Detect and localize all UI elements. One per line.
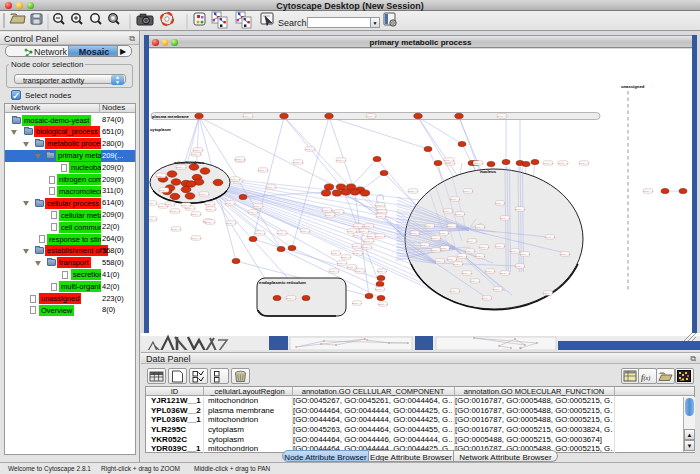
svg-text:Gene-A 1: Gene-A 1 xyxy=(375,235,386,238)
svg-text:Gene-A 1: Gene-A 1 xyxy=(467,240,478,243)
svg-text:Gene-A 1: Gene-A 1 xyxy=(353,225,364,228)
svg-text:Gene-A 1: Gene-A 1 xyxy=(362,246,373,249)
svg-text:Gene-A 1: Gene-A 1 xyxy=(515,208,526,211)
svg-text:unassigned: unassigned xyxy=(621,84,645,89)
svg-text:Gene-A 1: Gene-A 1 xyxy=(347,266,358,269)
svg-text:Gene-A 1: Gene-A 1 xyxy=(545,236,556,239)
svg-text:Gene-A 1: Gene-A 1 xyxy=(206,208,217,211)
svg-text:Gene-A 1: Gene-A 1 xyxy=(243,115,254,118)
svg-text:Gene-A 1: Gene-A 1 xyxy=(445,162,456,165)
svg-text:Gene-A 1: Gene-A 1 xyxy=(191,213,202,216)
svg-text:Gene-A 1: Gene-A 1 xyxy=(455,213,466,216)
svg-text:Gene-A 1: Gene-A 1 xyxy=(444,159,455,162)
svg-text:Gene-A 1: Gene-A 1 xyxy=(230,178,241,181)
svg-text:Gene-A 1: Gene-A 1 xyxy=(475,255,486,258)
svg-text:Gene-A 1: Gene-A 1 xyxy=(191,153,202,156)
svg-text:Gene-A 1: Gene-A 1 xyxy=(352,302,363,305)
svg-text:Gene-A 1: Gene-A 1 xyxy=(376,215,387,218)
svg-text:Gene-A 1: Gene-A 1 xyxy=(439,232,450,235)
svg-text:Gene-A 1: Gene-A 1 xyxy=(408,190,419,193)
svg-text:Gene-A 1: Gene-A 1 xyxy=(286,297,297,300)
svg-text:Gene-A 1: Gene-A 1 xyxy=(159,189,170,192)
svg-text:Gene-A 1: Gene-A 1 xyxy=(520,253,531,256)
svg-text:Gene-A 1: Gene-A 1 xyxy=(225,202,236,205)
svg-text:Gene-A 1: Gene-A 1 xyxy=(465,250,476,253)
svg-text:Gene-A 1: Gene-A 1 xyxy=(353,252,364,255)
svg-text:Gene-A 1: Gene-A 1 xyxy=(235,158,246,161)
svg-text:Gene-A 1: Gene-A 1 xyxy=(258,169,269,172)
svg-text:Gene-A 1: Gene-A 1 xyxy=(558,162,569,165)
svg-text:Gene-A 1: Gene-A 1 xyxy=(447,258,458,261)
svg-text:Gene-A 1: Gene-A 1 xyxy=(435,260,446,263)
svg-text:Gene-A 1: Gene-A 1 xyxy=(364,240,375,243)
svg-text:mitochondrion: mitochondrion xyxy=(174,160,204,165)
svg-text:f(x): f(x) xyxy=(641,372,650,382)
svg-text:Gene-A 1: Gene-A 1 xyxy=(171,228,182,231)
svg-text:Gene-A 1: Gene-A 1 xyxy=(170,210,181,213)
svg-text:Gene-A 1: Gene-A 1 xyxy=(322,209,333,212)
svg-text:Gene-A 1: Gene-A 1 xyxy=(378,303,389,306)
svg-text:Gene-A 1: Gene-A 1 xyxy=(266,186,277,189)
svg-text:Gene-A 1: Gene-A 1 xyxy=(470,280,481,283)
svg-text:Gene-A 1: Gene-A 1 xyxy=(479,246,490,249)
svg-text:Gene-A 1: Gene-A 1 xyxy=(353,234,364,237)
svg-text:Gene-A 1: Gene-A 1 xyxy=(329,270,340,273)
svg-text:Gene-A 1: Gene-A 1 xyxy=(410,232,421,235)
svg-text:Gene-A 1: Gene-A 1 xyxy=(440,247,451,250)
svg-text:Gene-A 1: Gene-A 1 xyxy=(493,288,504,291)
svg-text:Gene-A 1: Gene-A 1 xyxy=(463,190,474,193)
svg-text:Gene-A 1: Gene-A 1 xyxy=(579,162,590,165)
svg-text:Gene-A 1: Gene-A 1 xyxy=(500,217,511,220)
svg-text:Gene-A 1: Gene-A 1 xyxy=(515,265,526,268)
svg-text:Gene-A 1: Gene-A 1 xyxy=(156,175,167,178)
svg-text:Gene-A 1: Gene-A 1 xyxy=(305,148,316,151)
svg-text:Gene-A 1: Gene-A 1 xyxy=(181,204,192,207)
svg-text:Gene-A 1: Gene-A 1 xyxy=(226,222,237,225)
svg-text:Gene-A 1: Gene-A 1 xyxy=(560,253,571,256)
svg-text:Gene-A 1: Gene-A 1 xyxy=(457,255,468,258)
svg-text:Gene-A 1: Gene-A 1 xyxy=(253,205,264,208)
svg-text:Gene-A 1: Gene-A 1 xyxy=(450,198,461,201)
svg-text:Gene-A 1: Gene-A 1 xyxy=(165,203,176,206)
svg-text:Gene-A 1: Gene-A 1 xyxy=(543,292,554,295)
svg-text:Gene-A 1: Gene-A 1 xyxy=(443,210,454,213)
svg-text:Gene-A 1: Gene-A 1 xyxy=(325,214,336,217)
svg-text:Gene-A 1: Gene-A 1 xyxy=(300,230,311,233)
svg-text:Gene-A 1: Gene-A 1 xyxy=(495,245,506,248)
svg-text:Gene-A 1: Gene-A 1 xyxy=(193,149,204,152)
svg-text:nucleus: nucleus xyxy=(480,169,497,174)
svg-text:endoplasmic reticulum: endoplasmic reticulum xyxy=(259,280,306,285)
svg-text:Gene-A 1: Gene-A 1 xyxy=(336,159,347,162)
svg-text:Gene-A 1: Gene-A 1 xyxy=(341,256,352,259)
svg-text:Gene-A 1: Gene-A 1 xyxy=(205,221,216,224)
svg-text:Gene-A 1: Gene-A 1 xyxy=(431,249,442,252)
svg-text:Gene-A 1: Gene-A 1 xyxy=(255,232,266,235)
svg-text:Gene-A 1: Gene-A 1 xyxy=(420,244,431,247)
svg-text:Gene-A 1: Gene-A 1 xyxy=(347,230,358,233)
svg-text:Gene-A 1: Gene-A 1 xyxy=(364,225,375,228)
svg-text:Gene-A 1: Gene-A 1 xyxy=(462,272,473,275)
svg-text:Gene-A 1: Gene-A 1 xyxy=(277,232,288,235)
svg-text:Gene-A 1: Gene-A 1 xyxy=(447,225,458,228)
svg-text:Gene-A 1: Gene-A 1 xyxy=(475,226,486,229)
svg-text:Gene-A 1: Gene-A 1 xyxy=(453,263,464,266)
svg-text:Gene-A 1: Gene-A 1 xyxy=(199,193,210,196)
svg-text:Gene-A 1: Gene-A 1 xyxy=(495,202,506,205)
svg-text:Gene-A 1: Gene-A 1 xyxy=(366,115,377,118)
svg-text:Gene-A 1: Gene-A 1 xyxy=(334,211,345,214)
svg-text:Gene-A 1: Gene-A 1 xyxy=(337,262,348,265)
svg-text:Gene-A 1: Gene-A 1 xyxy=(248,211,259,214)
svg-text:Gene-A 1: Gene-A 1 xyxy=(185,207,196,210)
svg-text:Gene-A 1: Gene-A 1 xyxy=(293,161,304,164)
svg-text:Gene-A 1: Gene-A 1 xyxy=(375,204,386,207)
svg-text:Gene-A 1: Gene-A 1 xyxy=(377,270,388,273)
svg-text:Gene-A 1: Gene-A 1 xyxy=(543,162,554,165)
svg-text:Gene-A 1: Gene-A 1 xyxy=(176,166,187,169)
svg-text:Gene-A 1: Gene-A 1 xyxy=(450,290,461,293)
svg-text:Gene-A 1: Gene-A 1 xyxy=(485,270,496,273)
svg-text:plasma membrane: plasma membrane xyxy=(152,114,189,119)
svg-text:Gene-A 1: Gene-A 1 xyxy=(331,252,342,255)
svg-text:Gene-A 1: Gene-A 1 xyxy=(205,203,216,206)
svg-text:Gene-A 1: Gene-A 1 xyxy=(191,237,202,240)
svg-text:Gene-A 1: Gene-A 1 xyxy=(482,297,493,300)
